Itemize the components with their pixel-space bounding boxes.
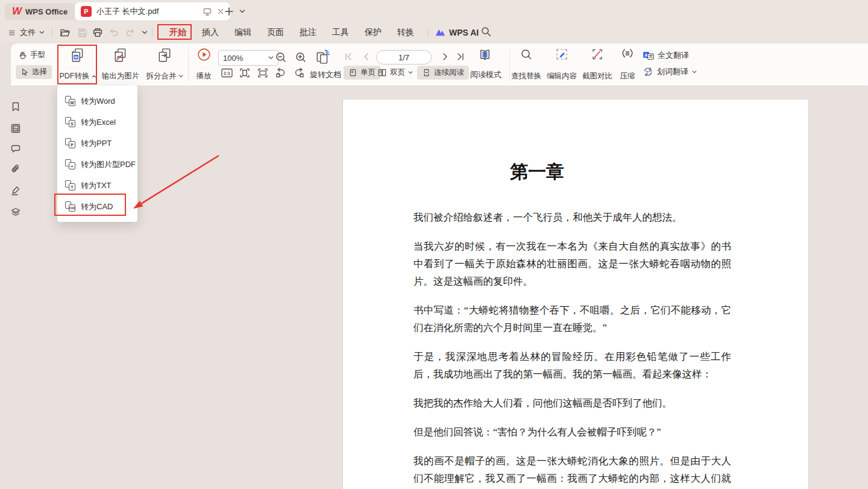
to-excel-icon: S (65, 117, 75, 127)
undo-icon[interactable] (107, 25, 121, 40)
menu-item-to-cad[interactable]: CAD 转为CAD (57, 196, 137, 217)
search-icon[interactable] (480, 26, 492, 37)
wps-office-button[interactable]: W WPS Office (5, 3, 75, 20)
zoom-in-icon[interactable] (295, 51, 307, 63)
first-page-icon[interactable] (344, 52, 353, 62)
svg-text:A: A (649, 68, 652, 72)
pdf-convert-dropdown: W 转为Word S 转为Excel P 转为PPT ▲ 转为图片型PDF T … (57, 86, 137, 222)
wps-ai-button[interactable]: WPS AI (435, 23, 479, 42)
rotate-doc-label[interactable]: 旋转文档 (310, 69, 341, 80)
edit-content-button[interactable]: 编辑内容 (544, 48, 580, 81)
full-translate-icon: A (643, 51, 654, 61)
rotate-left-icon[interactable] (275, 67, 287, 79)
close-tab-icon[interactable] (217, 8, 224, 15)
print-icon[interactable] (90, 25, 105, 40)
chevron-down-icon (692, 71, 697, 74)
to-ppt-icon: P (65, 138, 75, 148)
redo-icon[interactable] (122, 25, 137, 40)
read-mode-label[interactable]: 阅读模式 (470, 69, 502, 80)
read-mode-book-icon[interactable] (477, 48, 492, 63)
find-replace-button[interactable]: 查找替换 (508, 48, 544, 81)
full-translate-button[interactable]: A 全文翻译 (643, 50, 689, 61)
menu-item-to-ppt[interactable]: P 转为PPT (57, 133, 137, 154)
menu-tab-home[interactable]: 开始 (162, 27, 194, 38)
menu-item-to-excel[interactable]: S 转为Excel (57, 112, 137, 133)
prev-page-icon[interactable] (362, 52, 371, 62)
pdf-convert-icon: W (70, 48, 86, 63)
signature-panel-icon[interactable] (10, 185, 21, 196)
word-translate-label: 划词翻译 (657, 66, 688, 77)
bookmarks-panel-icon[interactable] (10, 101, 21, 112)
menu-tab-edit[interactable]: 编辑 (227, 27, 259, 38)
chapter-title: 第一章 (510, 160, 564, 185)
tab-list-chevron-icon[interactable] (239, 10, 245, 13)
menu-tab-convert[interactable]: 转换 (389, 27, 422, 38)
menu-tab-protect[interactable]: 保护 (357, 27, 389, 38)
word-translate-button[interactable]: 文 A 划词翻译 (643, 66, 697, 77)
pdf-file-icon: P (81, 6, 92, 17)
screenshot-compare-icon (591, 48, 604, 61)
double-page-label: 双页 (390, 68, 405, 78)
hand-tool-button[interactable]: 手型 (18, 50, 45, 60)
select-tool-button[interactable]: 选择 (16, 65, 52, 79)
menu-item-label: 转为图片型PDF (81, 159, 136, 170)
wps-ai-label: WPS AI (449, 28, 479, 37)
undo-redo-chevron-icon[interactable] (137, 25, 152, 40)
wps-ai-logo-icon (435, 28, 445, 37)
divider (152, 28, 153, 37)
export-image-button[interactable]: 输出为图片 (99, 48, 142, 81)
continuous-read-button[interactable]: 连续阅读 (417, 66, 469, 80)
svg-text:1:1: 1:1 (224, 71, 230, 76)
single-page-icon (348, 68, 357, 77)
layers-panel-icon[interactable] (10, 207, 21, 218)
last-page-icon[interactable] (456, 52, 465, 62)
page-number-input[interactable] (376, 50, 432, 65)
menu-item-to-txt[interactable]: T 转为TXT (57, 175, 137, 196)
continuous-read-icon (422, 68, 431, 77)
fit-width-icon[interactable] (257, 67, 269, 79)
attachments-panel-icon[interactable] (10, 164, 21, 175)
open-file-icon[interactable] (58, 25, 72, 40)
save-icon[interactable] (75, 25, 89, 40)
double-page-button[interactable]: 双页 (375, 66, 415, 80)
menu-item-to-image-pdf[interactable]: ▲ 转为图片型PDF (57, 154, 137, 175)
menu-item-label: 转为TXT (81, 180, 112, 191)
next-page-icon[interactable] (440, 52, 450, 62)
rotate-doc-icon[interactable] (315, 49, 331, 65)
paragraph: 于是，我深深地思考着丛林的冒险经历。在用彩色铅笔做了一些工作后，我成功地画出了我… (414, 348, 731, 383)
chevron-down-icon (268, 56, 274, 60)
pdf-convert-button[interactable]: W PDF转换 (59, 48, 96, 81)
new-tab-icon[interactable] (224, 7, 234, 16)
play-icon (197, 48, 211, 62)
comments-panel-icon[interactable] (10, 144, 21, 154)
svg-text:W: W (74, 55, 78, 59)
menu-item-label: 转为Word (81, 96, 115, 107)
to-cad-icon: CAD (65, 201, 75, 212)
hand-icon (18, 51, 27, 60)
document-tab[interactable]: P 小王子 长中文.pdf (75, 2, 230, 21)
play-button[interactable]: 播放 (192, 48, 216, 81)
zoom-out-icon[interactable] (275, 51, 287, 63)
fit-page-icon[interactable] (239, 67, 251, 79)
chevron-down-icon (178, 75, 183, 78)
rotate-right-icon[interactable] (293, 67, 305, 79)
split-merge-button[interactable]: 拆分合并 (145, 48, 184, 81)
thumbnails-panel-icon[interactable] (10, 123, 21, 134)
menu-tab-insert[interactable]: 插入 (194, 27, 227, 38)
compress-button[interactable]: 压缩 (609, 48, 646, 81)
full-translate-label: 全文翻译 (658, 50, 689, 61)
menu-item-label: 转为PPT (81, 138, 112, 149)
enter-pc-icon[interactable] (203, 7, 212, 16)
menu-tab-tools[interactable]: 工具 (324, 27, 357, 38)
to-image-pdf-icon: ▲ (65, 159, 75, 169)
menu-item-to-word[interactable]: W 转为Word (57, 90, 137, 112)
menu-tab-page[interactable]: 页面 (259, 27, 292, 38)
menu-item-label: 转为Excel (81, 117, 116, 128)
chevron-down-icon (408, 71, 413, 74)
to-txt-icon: T (65, 180, 75, 191)
menu-tab-annotate[interactable]: 批注 (292, 27, 324, 38)
zoom-level-select[interactable]: 100% (218, 50, 278, 66)
menu-item-label: 转为CAD (81, 201, 113, 212)
actual-size-icon[interactable]: 1:1 (221, 67, 233, 79)
file-menu[interactable]: 文件 (8, 23, 45, 42)
